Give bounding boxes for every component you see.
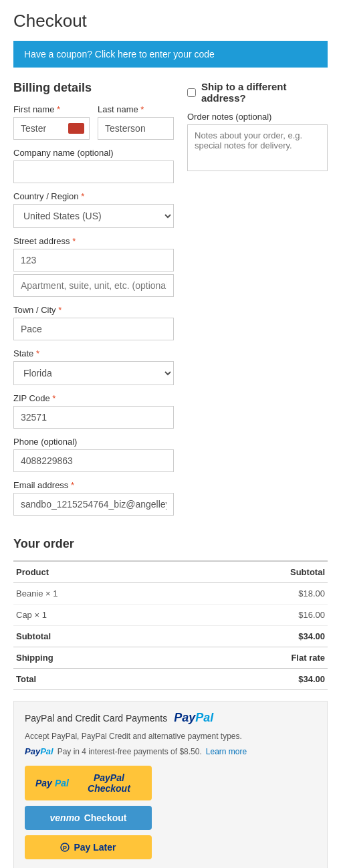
company-name-label: Company name (optional): [13, 148, 174, 158]
item-price: $16.00: [183, 605, 328, 626]
country-group: Country / Region * United States (US): [13, 191, 174, 228]
subtotal-label: Subtotal: [13, 626, 183, 647]
name-row: First name * Last name *: [13, 104, 174, 148]
company-name-group: Company name (optional): [13, 148, 174, 183]
first-name-label: First name *: [13, 104, 90, 114]
order-table-header: Product Subtotal: [13, 561, 328, 583]
paylater-label: Pay Later: [74, 842, 116, 853]
total-value: $34.00: [183, 669, 328, 690]
last-name-group: Last name *: [98, 104, 174, 140]
payment-header-text: PayPal and Credit Card Payments: [25, 713, 167, 724]
subtotal-value: $34.00: [183, 626, 328, 647]
street-address-2-input[interactable]: [13, 274, 174, 297]
coupon-banner-text: Have a coupon? Click here to enter your …: [24, 49, 215, 60]
street-address-label: Street address *: [13, 236, 174, 246]
item-name: Beanie × 1: [13, 583, 183, 605]
total-label: Total: [13, 669, 183, 690]
paylater-button[interactable]: P Pay Later: [25, 835, 152, 859]
venmo-checkout-label: Checkout: [84, 812, 127, 823]
ship-different-label: Ship to a different address?: [201, 81, 328, 104]
venmo-logo-text: venmo: [50, 812, 80, 823]
street-address-group: Street address *: [13, 236, 174, 297]
order-table-row: Cap × 1$16.00: [13, 605, 328, 626]
zip-group: ZIP Code *: [13, 393, 174, 429]
shipping-value: Flat rate: [183, 647, 328, 669]
first-name-required: *: [57, 104, 60, 114]
page-title: Checkout: [13, 11, 328, 31]
phone-input[interactable]: [13, 449, 174, 472]
email-group: Email address *: [13, 480, 174, 516]
item-price: $18.00: [183, 583, 328, 605]
order-notes-group: Order notes (optional): [187, 112, 328, 173]
coupon-banner[interactable]: Have a coupon? Click here to enter your …: [13, 41, 328, 68]
first-name-group: First name *: [13, 104, 90, 140]
payment-section: PayPal and Credit Card Payments PayPal A…: [13, 701, 328, 868]
company-name-input[interactable]: [13, 160, 174, 183]
city-input[interactable]: [13, 318, 174, 340]
order-table-row: Beanie × 1$18.00: [13, 583, 328, 605]
country-label: Country / Region *: [13, 191, 174, 201]
paypal-checkout-button[interactable]: PayPal PayPal Checkout: [25, 766, 152, 800]
zip-label: ZIP Code *: [13, 393, 174, 403]
col-subtotal-header: Subtotal: [183, 561, 328, 583]
first-name-input-wrapper: [13, 117, 90, 140]
street-address-input[interactable]: [13, 249, 174, 272]
order-subtotal-row: Subtotal $34.00: [13, 626, 328, 647]
paypal-small-logo: PayPal: [25, 746, 53, 756]
last-name-required: *: [140, 104, 144, 114]
state-select[interactable]: Florida: [13, 361, 174, 385]
billing-title: Billing details: [13, 81, 174, 95]
country-select[interactable]: United States (US): [13, 204, 174, 228]
venmo-checkout-button[interactable]: venmo Checkout: [25, 806, 152, 830]
order-shipping-row: Shipping Flat rate: [13, 647, 328, 669]
ship-checkbox-row: Ship to a different address?: [187, 81, 328, 104]
billing-section: Billing details First name * Last name *: [13, 81, 174, 524]
state-label: State *: [13, 348, 174, 358]
item-name: Cap × 1: [13, 605, 183, 626]
paypal-p-icon: P: [60, 843, 70, 852]
paypal-checkout-label: PayPal Checkout: [77, 772, 141, 794]
shipping-section: Ship to a different address? Order notes…: [187, 81, 328, 524]
page-container: Checkout Have a coupon? Click here to en…: [0, 0, 341, 868]
installment-text: Pay in 4 interest-free payments of $8.50…: [58, 747, 202, 756]
learn-more-link[interactable]: Learn more: [206, 747, 247, 756]
svg-text:P: P: [63, 845, 67, 851]
first-name-icon: [68, 123, 84, 134]
billing-shipping-row: Billing details First name * Last name *: [13, 81, 328, 524]
order-notes-textarea[interactable]: [187, 124, 328, 171]
city-label: Town / City *: [13, 305, 174, 315]
your-order-title: Your order: [13, 537, 328, 551]
paypal-logo: PayPal: [174, 711, 213, 725]
last-name-input[interactable]: [98, 117, 174, 140]
phone-label: Phone (optional): [13, 437, 174, 447]
city-group: Town / City *: [13, 305, 174, 340]
order-notes-label: Order notes (optional): [187, 112, 328, 122]
last-name-label: Last name *: [98, 104, 174, 114]
ship-different-checkbox[interactable]: [187, 88, 196, 97]
state-group: State * Florida: [13, 348, 174, 385]
zip-input[interactable]: [13, 406, 174, 429]
phone-group: Phone (optional): [13, 437, 174, 472]
shipping-label: Shipping: [13, 647, 183, 669]
order-total-row: Total $34.00: [13, 669, 328, 690]
your-order-section: Your order Product Subtotal Beanie × 1$1…: [13, 537, 328, 690]
payment-header: PayPal and Credit Card Payments PayPal: [25, 711, 316, 725]
email-label: Email address *: [13, 480, 174, 490]
email-input[interactable]: [13, 493, 174, 516]
paypal-installment: PayPal Pay in 4 interest-free payments o…: [25, 746, 316, 756]
payment-desc: Accept PayPal, PayPal Credit and alterna…: [25, 732, 316, 741]
order-table: Product Subtotal Beanie × 1$18.00Cap × 1…: [13, 560, 328, 690]
col-product-header: Product: [13, 561, 183, 583]
